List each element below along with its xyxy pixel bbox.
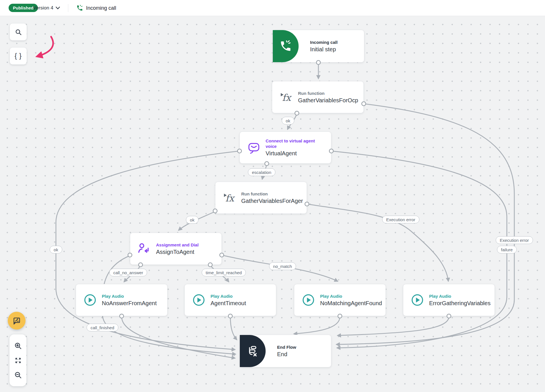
- end-flow-icon: [246, 345, 259, 357]
- edge-label-ok[interactable]: ok: [186, 216, 198, 224]
- node-name: AgentTimeout: [211, 300, 274, 307]
- node-name: VirtualAgent: [266, 150, 329, 157]
- node-run-function-ocp[interactable]: fx Run function GatherVariablesForOcp: [272, 81, 364, 113]
- node-type-label: Play Audio: [211, 293, 274, 299]
- node-play-audio-error[interactable]: Play Audio ErrorGatheringVariables: [403, 284, 495, 316]
- zoom-out-button[interactable]: [14, 371, 22, 379]
- node-end-flow[interactable]: End Flow End: [240, 335, 331, 367]
- fit-screen-button[interactable]: [14, 356, 22, 364]
- node-name: NoMatchingAgentFound: [320, 300, 383, 307]
- zoom-controls: [9, 334, 26, 386]
- top-bar: Published Version 4 Incoming call: [0, 0, 545, 16]
- node-play-audio-timeout[interactable]: Play Audio AgentTimeout: [184, 284, 276, 316]
- annotation-arrow: [38, 37, 53, 56]
- edge-label-escalation[interactable]: escalation: [248, 168, 275, 176]
- edge-label-time-limit-reached[interactable]: time_limit_reached: [202, 269, 246, 277]
- zoom-in-button[interactable]: [14, 342, 22, 350]
- svg-text:fx: fx: [225, 193, 235, 204]
- feedback-icon: [12, 316, 21, 325]
- braces-icon: { }: [15, 52, 22, 60]
- expand-icon: [14, 356, 22, 364]
- node-type-label: Play Audio: [320, 293, 383, 299]
- play-audio-icon: [411, 293, 424, 307]
- zoom-in-icon: [14, 342, 22, 350]
- flow-canvas[interactable]: Incoming call Initial step fx Run functi…: [0, 16, 545, 392]
- node-type-label: Connect to virtual agent voice: [266, 138, 326, 149]
- topbar-divider: [68, 4, 68, 12]
- node-type-label: Run function: [241, 191, 304, 197]
- chevron-down-icon: [56, 7, 60, 9]
- node-name: GatherVariablesForAger: [241, 197, 304, 205]
- node-name: Initial step: [310, 46, 362, 53]
- run-function-icon: fx: [280, 91, 293, 104]
- edge-label-no-match[interactable]: no_match: [269, 262, 296, 270]
- edge-label-ok[interactable]: ok: [282, 117, 294, 125]
- virtual-agent-icon: [247, 141, 260, 154]
- edge-label-ok[interactable]: ok: [50, 246, 62, 254]
- play-audio-icon: [302, 293, 315, 307]
- play-audio-icon: [83, 293, 97, 307]
- node-run-function-agent[interactable]: fx Run function GatherVariablesForAger: [215, 182, 307, 214]
- node-type-label: Run function: [298, 91, 361, 96]
- node-virtual-agent[interactable]: Connect to virtual agent voice VirtualAg…: [240, 132, 331, 164]
- node-incoming-call[interactable]: Incoming call Initial step: [272, 30, 364, 62]
- node-type-label: Play Audio: [429, 293, 492, 299]
- node-name: ErrorGatheringVariables: [429, 300, 492, 307]
- node-name: NoAnswerFromAgent: [102, 300, 165, 307]
- flow-title: Incoming call: [86, 5, 116, 11]
- node-name: GatherVariablesForOcp: [298, 97, 361, 104]
- node-name: AssignToAgent: [156, 248, 219, 256]
- edge-label-execution-error[interactable]: Execution error: [382, 216, 419, 224]
- edge-label-call-no-answer[interactable]: call_no_answer: [109, 269, 147, 277]
- node-type-label: Play Audio: [102, 293, 165, 299]
- node-type-label: Assignment and Dial: [156, 242, 219, 248]
- node-play-audio-no-answer[interactable]: Play Audio NoAnswerFromAgent: [76, 284, 168, 316]
- version-label: Version 4: [33, 5, 53, 11]
- edge-label-failure[interactable]: failure: [497, 246, 517, 254]
- incoming-call-icon: [76, 5, 83, 11]
- incoming-call-icon: [279, 40, 292, 52]
- variables-button[interactable]: { }: [10, 48, 27, 64]
- node-type-label: Incoming call: [310, 40, 362, 45]
- zoom-out-icon: [14, 371, 22, 379]
- search-icon: [15, 28, 22, 36]
- node-name: End: [277, 351, 329, 358]
- search-button[interactable]: [10, 23, 27, 40]
- version-dropdown[interactable]: Version 4: [33, 0, 60, 16]
- edge-label-execution-error[interactable]: Execution error: [496, 236, 533, 244]
- node-play-audio-no-match[interactable]: Play Audio NoMatchingAgentFound: [294, 284, 386, 316]
- run-function-icon: fx: [223, 191, 236, 204]
- assignment-dial-icon: [138, 242, 151, 255]
- svg-text:fx: fx: [282, 92, 292, 103]
- node-assign-to-agent[interactable]: Assignment and Dial AssignToAgent: [130, 233, 222, 265]
- feedback-button[interactable]: [8, 312, 26, 330]
- edge-label-call-finished[interactable]: call_finished: [87, 324, 118, 332]
- node-type-label: End Flow: [277, 344, 329, 350]
- play-audio-icon: [192, 293, 205, 307]
